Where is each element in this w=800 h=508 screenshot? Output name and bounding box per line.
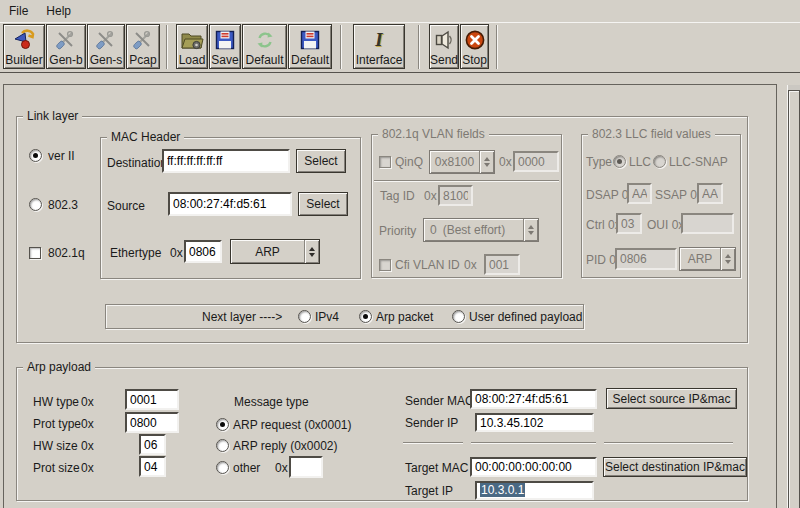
stop-icon: [464, 28, 486, 52]
load-button[interactable]: Load: [176, 24, 208, 69]
oui-input[interactable]: [681, 213, 734, 234]
stop-button[interactable]: Stop: [460, 24, 489, 69]
next-layer-arp-radio[interactable]: [359, 310, 372, 323]
interface-button-label: Interface: [356, 52, 403, 68]
select-source-ip-mac-button[interactable]: Select source IP&mac: [606, 388, 737, 409]
arp-reply-radio[interactable]: [216, 439, 229, 452]
source-mac-input[interactable]: [168, 192, 292, 216]
prot-size-hex-prefix: 0x: [81, 461, 94, 475]
source-label: Source: [107, 199, 145, 213]
vertical-scrollbar[interactable]: [787, 85, 800, 508]
ethertype-label: Ethertype: [110, 246, 161, 260]
send-button[interactable]: Send: [429, 24, 459, 69]
8021q-checkbox[interactable]: [29, 247, 41, 259]
ssap-input[interactable]: [697, 183, 723, 204]
pid-protocol-dropdown[interactable]: ARP: [679, 247, 736, 271]
arp-request-radio[interactable]: [216, 418, 229, 431]
ctrl-input[interactable]: [616, 213, 642, 234]
next-layer-user-radio[interactable]: [452, 310, 465, 323]
ethertype-hex-prefix: 0x: [170, 246, 183, 260]
cfi-checkbox[interactable]: [379, 259, 391, 271]
spinner-arrows-icon[interactable]: [523, 219, 538, 241]
ver2-radio[interactable]: [29, 149, 42, 162]
select-destination-ip-mac-button[interactable]: Select destination IP&mac: [603, 457, 747, 477]
dsap-input[interactable]: [627, 183, 652, 204]
select-destination-mac-button[interactable]: Select: [296, 149, 346, 173]
menu-help[interactable]: Help: [37, 2, 80, 20]
target-ip-selected-text: 10.3.0.1: [480, 483, 525, 497]
pcap-button[interactable]: Pcap: [126, 24, 160, 69]
sender-ip-input[interactable]: [475, 413, 594, 432]
priority-name: (Best effort): [443, 223, 505, 237]
priority-label: Priority: [379, 224, 416, 238]
llc-snap-radio[interactable]: [653, 155, 666, 168]
other-opcode-radio[interactable]: [216, 461, 229, 474]
prot-type-input[interactable]: [125, 412, 179, 433]
destination-label: Destination: [107, 156, 167, 170]
tag-id-input[interactable]: [438, 185, 473, 206]
message-type-title: Message type: [234, 395, 309, 409]
spinner-arrows-icon[interactable]: [479, 151, 494, 173]
default-load-button[interactable]: Default: [242, 24, 287, 69]
qinq-checkbox[interactable]: [379, 156, 391, 168]
other-opcode-input[interactable]: [289, 456, 323, 478]
next-layer-user-label: User defined payload: [469, 310, 582, 324]
hw-type-hex-prefix: 0x: [81, 395, 94, 409]
arp-divider: [471, 442, 596, 444]
gen-s-button[interactable]: Gen-s: [87, 24, 125, 69]
link-layer-group: Link layer ver II 802.3 802.1q MAC Heade…: [16, 116, 748, 343]
prot-size-input[interactable]: [139, 456, 166, 477]
stop-button-label: Stop: [462, 52, 487, 68]
pid-input[interactable]: [615, 248, 677, 270]
save-button-label: Save: [211, 52, 238, 68]
interface-button[interactable]: I Interface: [353, 24, 405, 69]
target-ip-input[interactable]: 10.3.0.1: [475, 481, 594, 500]
tools-icon: [95, 28, 117, 52]
gen-b-button[interactable]: Gen-b: [46, 24, 86, 69]
vlan-id-input[interactable]: [484, 254, 520, 275]
scrollbar-thumb[interactable]: [788, 90, 800, 508]
toolbar-separator: [496, 25, 498, 69]
llc-label: LLC: [629, 155, 651, 169]
select-source-mac-button[interactable]: Select: [298, 192, 348, 216]
save-button[interactable]: Save: [209, 24, 241, 69]
qinq-value-input[interactable]: [513, 151, 559, 172]
hw-type-label: HW type: [33, 395, 79, 409]
arp-request-label: ARP request (0x0001): [233, 418, 352, 432]
ethertype-protocol-value: ARP: [231, 240, 304, 263]
toolbar-separator: [340, 25, 342, 69]
next-layer-ipv4-label: IPv4: [315, 310, 339, 324]
target-ip-label: Target IP: [405, 484, 453, 498]
menu-file[interactable]: File: [0, 2, 37, 20]
default-save-button[interactable]: Default: [288, 24, 332, 69]
sender-mac-input[interactable]: [470, 389, 597, 409]
pid-protocol-value: ARP: [680, 248, 720, 270]
priority-dropdown[interactable]: 0 (Best effort): [423, 218, 539, 242]
llc-type-label: Type: [586, 155, 612, 169]
destination-mac-input[interactable]: [162, 149, 290, 173]
toolbar-separator: [166, 25, 168, 69]
hw-size-input[interactable]: [139, 434, 166, 455]
8023-radio[interactable]: [29, 198, 42, 211]
prot-type-label: Prot type: [33, 417, 81, 431]
hw-size-label: HW size: [33, 439, 78, 453]
sender-mac-label: Sender MAC: [405, 394, 474, 408]
qinq-tpid-dropdown[interactable]: 0x8100: [429, 150, 495, 174]
ethertype-protocol-dropdown[interactable]: ARP: [230, 239, 320, 264]
load-button-label: Load: [179, 52, 206, 68]
prot-size-label: Prot size: [33, 461, 80, 475]
target-mac-input[interactable]: [470, 457, 597, 477]
hw-type-input[interactable]: [125, 389, 179, 410]
builder-button[interactable]: Builder: [3, 24, 45, 69]
menu-bar: File Help: [0, 0, 800, 22]
target-mac-label: Target MAC: [405, 461, 468, 475]
next-layer-bar: Next layer ----> IPv4 Arp packet User de…: [105, 304, 584, 329]
spinner-arrows-icon[interactable]: [304, 240, 319, 263]
hw-size-hex-prefix: 0x: [81, 439, 94, 453]
llc-radio[interactable]: [613, 155, 626, 168]
vlan-id-hex-prefix: 0x: [464, 258, 477, 272]
ethertype-input[interactable]: [184, 240, 222, 263]
qinq-hex-prefix: 0x: [499, 155, 512, 169]
next-layer-ipv4-radio[interactable]: [298, 310, 311, 323]
spinner-arrows-icon[interactable]: [720, 248, 735, 270]
